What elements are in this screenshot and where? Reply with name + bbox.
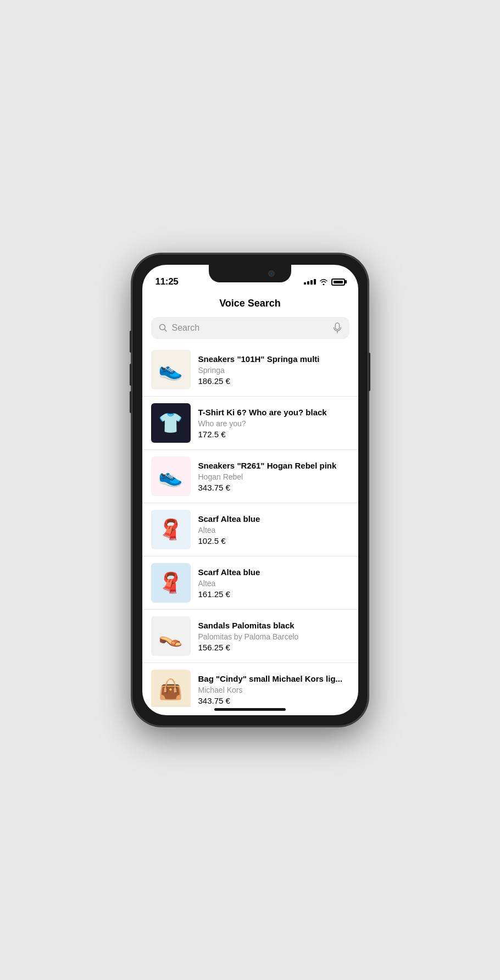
product-image: 🧣: [151, 563, 191, 603]
product-price: 156.25 €: [198, 643, 349, 652]
product-info: Scarf Altea blue Altea 161.25 €: [198, 567, 349, 599]
product-price: 102.5 €: [198, 536, 349, 545]
product-brand: Hogan Rebel: [198, 472, 349, 481]
status-icons: [304, 279, 345, 286]
product-brand: Altea: [198, 526, 349, 534]
product-item[interactable]: 👕 T-Shirt Ki 6? Who are you? black Who a…: [142, 397, 358, 450]
product-item[interactable]: 👜 Bag "Cindy" small Michael Kors lig... …: [142, 663, 358, 707]
product-brand: Palomitas by Paloma Barcelo: [198, 632, 349, 641]
product-item[interactable]: 🧣 Scarf Altea blue Altea 102.5 €: [142, 503, 358, 556]
product-brand: Who are you?: [198, 419, 349, 428]
product-price: 161.25 €: [198, 589, 349, 599]
product-name: Scarf Altea blue: [198, 567, 349, 578]
battery-icon: [331, 279, 345, 286]
wifi-icon: [319, 279, 328, 285]
product-image: 🧣: [151, 510, 191, 549]
page-title: Voice Search: [142, 291, 358, 317]
product-item[interactable]: 👟 Sneakers "R261" Hogan Rebel pink Hogan…: [142, 450, 358, 503]
phone-frame: 11:25: [132, 254, 368, 726]
home-indicator: [214, 708, 286, 711]
product-name: Sneakers "R261" Hogan Rebel pink: [198, 460, 349, 471]
phone-screen: 11:25: [142, 265, 358, 715]
signal-icon: [304, 279, 316, 285]
product-price: 172.5 €: [198, 430, 349, 439]
product-info: Scarf Altea blue Altea 102.5 €: [198, 514, 349, 546]
search-bar[interactable]: Search: [151, 317, 349, 339]
product-name: Scarf Altea blue: [198, 514, 349, 525]
microphone-icon[interactable]: [333, 322, 342, 333]
search-icon: [159, 324, 168, 332]
product-price: 343.75 €: [198, 696, 349, 705]
search-placeholder: Search: [172, 323, 329, 333]
product-image: 👡: [151, 616, 191, 656]
svg-rect-1: [335, 323, 339, 330]
front-camera: [268, 270, 275, 277]
product-info: Sneakers "R261" Hogan Rebel pink Hogan R…: [198, 460, 349, 493]
product-item[interactable]: 👡 Sandals Palomitas black Palomitas by P…: [142, 610, 358, 663]
product-image: 👟: [151, 456, 191, 496]
product-name: Sneakers "101H" Springa multi: [198, 354, 349, 365]
product-list: 👟 Sneakers "101H" Springa multi Springa …: [142, 343, 358, 707]
notch: [209, 265, 291, 282]
product-brand: Altea: [198, 579, 349, 588]
product-price: 343.75 €: [198, 483, 349, 492]
product-item[interactable]: 🧣 Scarf Altea blue Altea 161.25 €: [142, 556, 358, 610]
product-name: T-Shirt Ki 6? Who are you? black: [198, 407, 349, 418]
app-content: Voice Search Search 👟: [142, 291, 358, 715]
status-time: 11:25: [155, 276, 179, 287]
product-brand: Michael Kors: [198, 686, 349, 694]
product-image: 👟: [151, 350, 191, 389]
product-name: Bag "Cindy" small Michael Kors lig...: [198, 673, 349, 684]
product-item[interactable]: 👟 Sneakers "101H" Springa multi Springa …: [142, 343, 358, 397]
product-info: Sandals Palomitas black Palomitas by Pal…: [198, 620, 349, 653]
product-image: 👕: [151, 403, 191, 443]
product-price: 186.25 €: [198, 376, 349, 386]
product-name: Sandals Palomitas black: [198, 620, 349, 631]
product-info: Sneakers "101H" Springa multi Springa 18…: [198, 354, 349, 386]
product-info: T-Shirt Ki 6? Who are you? black Who are…: [198, 407, 349, 439]
product-image: 👜: [151, 670, 191, 707]
product-info: Bag "Cindy" small Michael Kors lig... Mi…: [198, 673, 349, 706]
product-brand: Springa: [198, 366, 349, 375]
